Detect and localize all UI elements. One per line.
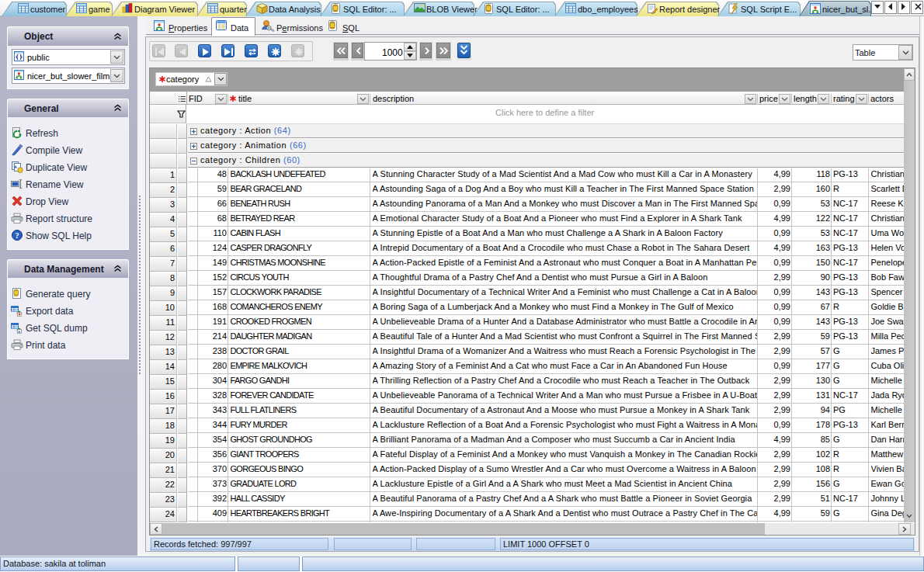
svg-text:?: ? <box>15 231 19 240</box>
